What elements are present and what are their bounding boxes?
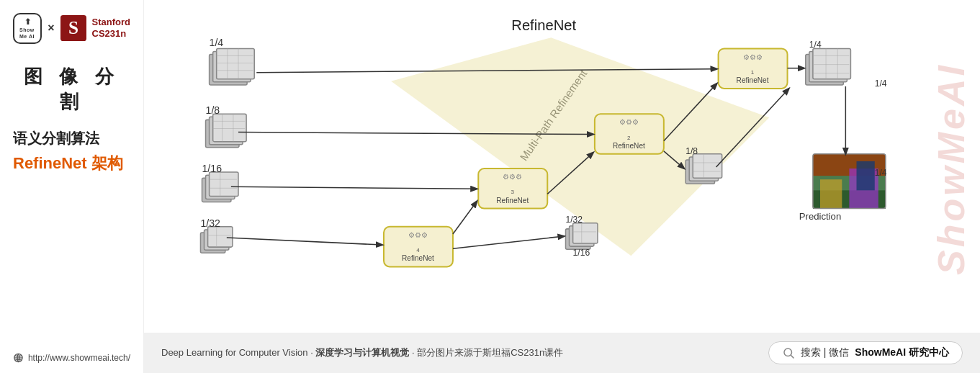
- scale-132: 1/32: [200, 217, 220, 229]
- out-18: [685, 154, 722, 184]
- bottom-text-part1: Deep Learning for Computer Vision ·: [161, 347, 315, 358]
- scale-14-right2: 1/4: [875, 168, 887, 178]
- svg-line-73: [231, 186, 477, 189]
- showmeai-icon: ⬆: [24, 17, 31, 27]
- svg-point-85: [784, 349, 792, 356]
- showmeai-text: Show Me AI: [19, 27, 35, 40]
- refinenet4: ⚙⚙⚙ 4 RefineNet: [384, 227, 453, 267]
- stanford-icon: S: [60, 15, 86, 41]
- bottom-bar: Deep Learning for Computer Vision · 深度学习…: [144, 333, 980, 373]
- stanford-name: Stanford: [92, 17, 130, 29]
- svg-line-86: [791, 355, 794, 358]
- prediction-image: [813, 154, 886, 209]
- stanford-text: Stanford CS231n: [92, 17, 130, 41]
- scale-14-right1: 1/4: [875, 78, 887, 89]
- svg-rect-14: [213, 114, 246, 141]
- logo-row: ⬆ Show Me AI × S Stanford CS231n: [13, 13, 130, 44]
- times-sign: ×: [48, 22, 54, 35]
- svg-text:S: S: [68, 18, 78, 37]
- prediction-label: Prediction: [799, 211, 841, 222]
- svg-rect-27: [208, 227, 233, 247]
- bottom-text-part2: · 部分图片来源于斯坦福CS231n课件: [409, 347, 563, 358]
- svg-rect-48: [573, 223, 598, 243]
- final-scale-14a: 1/4: [809, 40, 822, 50]
- svg-rect-6: [217, 48, 255, 78]
- svg-text:2: 2: [627, 135, 631, 141]
- svg-text:⚙⚙⚙: ⚙⚙⚙: [503, 173, 522, 181]
- refinenet1: ⚙⚙⚙ 1 RefineNet: [719, 48, 788, 89]
- svg-line-72: [227, 238, 382, 245]
- website-row: http://www.showmeai.tech/: [13, 343, 130, 366]
- subtitle-line1: 语义分割算法: [13, 129, 130, 148]
- svg-text:3: 3: [511, 189, 515, 195]
- svg-rect-21: [210, 172, 238, 196]
- right-panel: RefineNet Multi-Path Refinement 1/4: [144, 0, 980, 373]
- search-bold: ShowMeAI 研究中心: [855, 346, 949, 359]
- svg-text:RefineNet: RefineNet: [737, 76, 769, 84]
- diagram-svg: RefineNet Multi-Path Refinement 1/4: [166, 7, 966, 323]
- input-132: [200, 227, 232, 253]
- svg-text:RefineNet: RefineNet: [402, 254, 434, 262]
- scale-14: 1/4: [210, 37, 224, 48]
- refinenet-title: RefineNet: [511, 17, 576, 33]
- refinenet2: ⚙⚙⚙ 2 RefineNet: [595, 114, 664, 154]
- website-icon: [13, 350, 24, 366]
- svg-text:1: 1: [751, 69, 755, 76]
- out-final: [806, 48, 851, 85]
- website-url: http://www.showmeai.tech/: [28, 353, 130, 363]
- svg-rect-59: [813, 48, 851, 78]
- input-18: [206, 114, 247, 147]
- diagram-area: RefineNet Multi-Path Refinement 1/4: [144, 0, 980, 330]
- svg-rect-69: [857, 161, 875, 190]
- scale-18: 1/8: [206, 104, 220, 116]
- out-scale-116: 1/32: [566, 215, 583, 225]
- showmeai-logo: ⬆ Show Me AI: [13, 13, 42, 44]
- search-icon: [782, 346, 795, 359]
- cs231n-label: CS231n: [92, 28, 130, 40]
- search-badge[interactable]: 搜索 | 微信 ShowMeAI 研究中心: [768, 341, 963, 364]
- bottom-text: Deep Learning for Computer Vision · 深度学习…: [161, 346, 563, 361]
- svg-text:RefineNet: RefineNet: [496, 197, 529, 205]
- out-scale-18: 1/8: [685, 146, 698, 156]
- out-116: [566, 223, 598, 249]
- subtitle-block: 语义分割算法 RefineNet 架构: [13, 129, 130, 174]
- stanford-logo: S: [60, 15, 86, 41]
- svg-text:4: 4: [416, 247, 420, 253]
- svg-line-76: [453, 202, 477, 234]
- svg-rect-70: [820, 179, 842, 208]
- bottom-text-bold: 深度学习与计算机视觉: [315, 347, 409, 358]
- page-title: 图 像 分 割: [13, 64, 130, 114]
- svg-text:⚙⚙⚙: ⚙⚙⚙: [408, 231, 428, 239]
- left-panel: ⬆ Show Me AI × S Stanford CS231n 图 像 分 割…: [0, 0, 144, 373]
- refinenet3: ⚙⚙⚙ 3 RefineNet: [478, 168, 547, 209]
- search-prefix: 搜索 | 微信: [801, 346, 849, 359]
- input-14: [210, 48, 255, 85]
- svg-text:⚙⚙⚙: ⚙⚙⚙: [743, 53, 763, 61]
- svg-text:⚙⚙⚙: ⚙⚙⚙: [619, 118, 639, 126]
- svg-line-79: [453, 236, 565, 248]
- svg-text:RefineNet: RefineNet: [613, 142, 645, 150]
- scale-116: 1/16: [202, 163, 222, 174]
- subtitle-line2: RefineNet 架构: [13, 153, 130, 174]
- out-scale-116b: 1/16: [573, 248, 590, 258]
